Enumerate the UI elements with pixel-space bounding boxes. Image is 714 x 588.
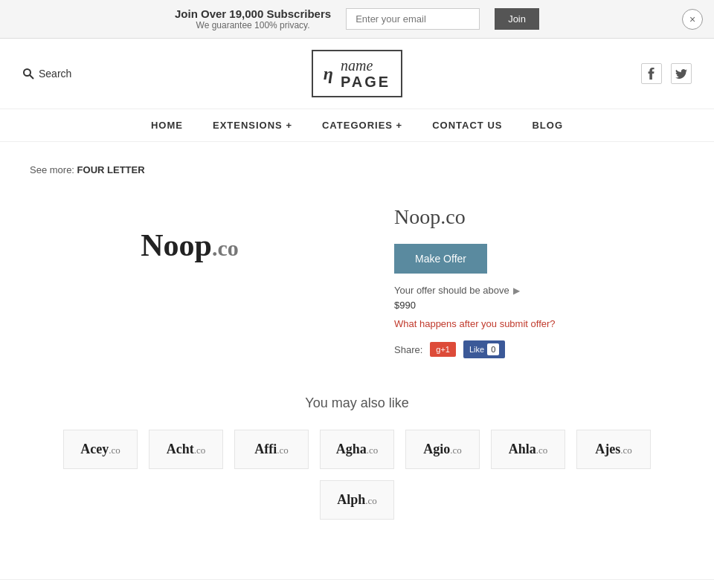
domain-card-name: Agio.co — [423, 442, 462, 456]
domain-card-name: Acey.co — [80, 442, 120, 456]
logo-area[interactable]: η name PAGE — [312, 50, 402, 97]
domain-grid: Acey.coAcht.coAffi.coAgha.coAgio.coAhla.… — [30, 430, 684, 520]
main-content: See more: FOUR LETTER Noop.co Noop.co Ma… — [0, 142, 714, 579]
domain-card-name: Ahla.co — [509, 442, 548, 456]
domain-card[interactable]: Ahla.co — [491, 430, 565, 469]
header: Search η name PAGE — [0, 39, 714, 109]
fb-like-button[interactable]: Like 0 — [463, 340, 505, 358]
share-label: Share: — [394, 344, 422, 355]
facebook-icon[interactable] — [641, 63, 662, 84]
domain-card-tld: .co — [620, 445, 632, 456]
banner-headline: Join Over 19,000 Subscribers — [175, 7, 331, 20]
offer-arrow-icon: ▶ — [513, 285, 520, 296]
domain-card-tld: .co — [367, 445, 379, 456]
close-button[interactable]: × — [682, 9, 703, 30]
domain-card[interactable]: Ajes.co — [576, 430, 651, 469]
domain-card[interactable]: Acey.co — [63, 430, 138, 469]
email-input[interactable] — [346, 8, 480, 30]
domain-card[interactable]: Affi.co — [234, 430, 309, 469]
domain-card-tld: .co — [277, 445, 289, 456]
gplus-button[interactable]: g+1 — [430, 342, 456, 357]
domain-section: Noop.co Noop.co Make Offer Your offer sh… — [30, 198, 684, 358]
svg-line-1 — [30, 75, 33, 79]
domain-card-tld: .co — [450, 445, 462, 456]
domain-card-tld: .co — [536, 445, 548, 456]
also-like-section: You may also like Acey.coAcht.coAffi.coA… — [30, 395, 684, 520]
domain-logo-display: Noop.co — [141, 227, 239, 263]
domain-card[interactable]: Agha.co — [320, 430, 394, 469]
nav-extensions[interactable]: EXTENSIONS + — [213, 120, 292, 131]
logo-icon: η — [324, 64, 333, 84]
offer-hint-text: Your offer should be above — [394, 285, 509, 296]
domain-info: Noop.co Make Offer Your offer should be … — [394, 198, 684, 358]
offer-price: $990 — [394, 300, 684, 311]
nav-blog[interactable]: BLOG — [532, 120, 563, 131]
breadcrumb: See more: FOUR LETTER — [30, 164, 684, 175]
banner-subtext: We guarantee 100% privacy. — [175, 20, 331, 30]
search-area[interactable]: Search — [22, 68, 134, 80]
twitter-icon[interactable] — [671, 63, 692, 84]
svg-point-0 — [24, 69, 30, 76]
footer: ABOUT USTERMS OF SERVICEPRIVACY POLICYCO… — [0, 579, 714, 588]
see-more-prefix: See more: — [30, 164, 74, 175]
top-banner: Join Over 19,000 Subscribers We guarante… — [0, 0, 714, 39]
domain-card[interactable]: Alph.co — [320, 480, 394, 520]
social-area — [580, 63, 692, 84]
domain-card[interactable]: Acht.co — [149, 430, 223, 469]
offer-question-link[interactable]: What happens after you submit offer? — [394, 318, 684, 329]
nav-home[interactable]: HOME — [151, 120, 183, 131]
see-more-link[interactable]: FOUR LETTER — [77, 164, 145, 175]
domain-logo-area: Noop.co — [30, 198, 350, 293]
domain-card-tld: .co — [109, 445, 120, 456]
main-nav: HOME EXTENSIONS + CATEGORIES + CONTACT U… — [0, 109, 714, 142]
banner-text: Join Over 19,000 Subscribers We guarante… — [175, 7, 331, 30]
logo-page: PAGE — [341, 74, 390, 90]
make-offer-button[interactable]: Make Offer — [394, 244, 487, 274]
nav-categories[interactable]: CATEGORIES + — [322, 120, 402, 131]
domain-card-tld: .co — [365, 495, 377, 506]
domain-title: Noop.co — [394, 205, 684, 229]
domain-card-name: Alph.co — [337, 492, 377, 507]
domain-card-name: Acht.co — [167, 442, 206, 456]
nav-contact[interactable]: CONTACT US — [432, 120, 502, 131]
domain-tld-display: .co — [212, 236, 239, 260]
domain-card-name: Ajes.co — [595, 442, 632, 456]
domain-card-tld: .co — [194, 445, 206, 456]
domain-card-name: Agha.co — [336, 442, 379, 456]
domain-card-name: Affi.co — [254, 442, 289, 456]
also-like-title: You may also like — [30, 395, 684, 411]
offer-hint: Your offer should be above ▶ — [394, 285, 684, 296]
logo-text: name PAGE — [341, 57, 390, 90]
domain-name-display: Noop — [141, 228, 212, 262]
logo-name: name — [341, 57, 390, 74]
search-icon — [22, 68, 34, 80]
share-row: Share: g+1 Like 0 — [394, 340, 684, 358]
join-button[interactable]: Join — [495, 8, 539, 30]
search-label: Search — [39, 68, 71, 80]
logo[interactable]: η name PAGE — [312, 50, 402, 97]
fb-count: 0 — [487, 343, 499, 355]
domain-card[interactable]: Agio.co — [405, 430, 480, 469]
fb-like-label: Like — [469, 345, 484, 354]
